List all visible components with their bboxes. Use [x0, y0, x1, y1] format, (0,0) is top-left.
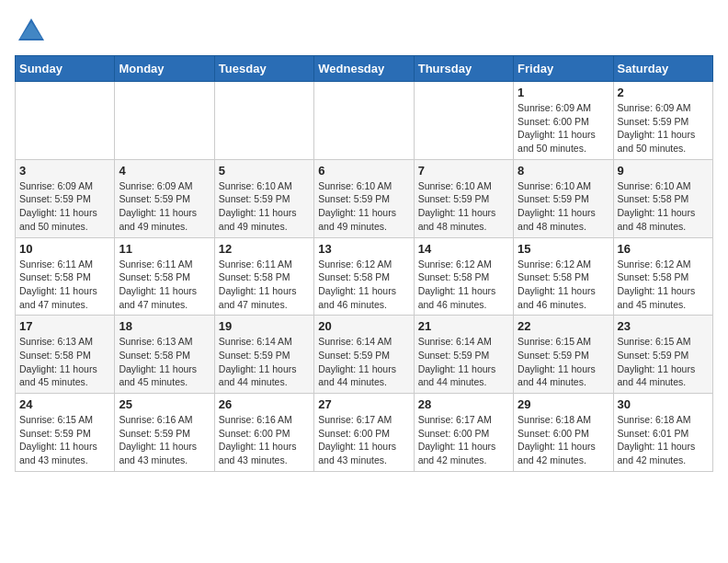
day-number: 7 — [418, 164, 509, 178]
weekday-header-thursday: Thursday — [414, 56, 513, 82]
calendar-cell: 30Sunrise: 6:18 AM Sunset: 6:01 PM Dayli… — [613, 394, 712, 472]
calendar-cell: 21Sunrise: 6:14 AM Sunset: 5:59 PM Dayli… — [414, 316, 513, 394]
day-number: 4 — [119, 164, 210, 178]
day-number: 1 — [518, 86, 609, 99]
svg-marker-1 — [20, 22, 42, 39]
logo — [15, 15, 51, 48]
day-info: Sunrise: 6:10 AM Sunset: 5:59 PM Dayligh… — [518, 179, 609, 234]
day-number: 11 — [119, 242, 210, 256]
calendar-cell: 20Sunrise: 6:14 AM Sunset: 5:59 PM Dayli… — [314, 316, 414, 394]
calendar-cell — [115, 82, 214, 160]
calendar-cell: 25Sunrise: 6:16 AM Sunset: 5:59 PM Dayli… — [115, 394, 214, 472]
calendar-cell: 27Sunrise: 6:17 AM Sunset: 6:00 PM Dayli… — [314, 394, 414, 472]
day-info: Sunrise: 6:12 AM Sunset: 5:58 PM Dayligh… — [518, 258, 609, 312]
day-number: 3 — [19, 164, 110, 178]
day-info: Sunrise: 6:18 AM Sunset: 6:00 PM Dayligh… — [518, 413, 609, 467]
day-number: 25 — [119, 397, 210, 411]
day-number: 28 — [418, 397, 509, 411]
calendar-table: SundayMondayTuesdayWednesdayThursdayFrid… — [15, 55, 713, 472]
day-info: Sunrise: 6:11 AM Sunset: 5:58 PM Dayligh… — [19, 258, 110, 312]
day-number: 9 — [618, 164, 709, 178]
day-number: 29 — [518, 397, 609, 411]
weekday-header-tuesday: Tuesday — [214, 56, 313, 82]
day-number: 6 — [318, 164, 409, 178]
day-number: 10 — [19, 242, 110, 256]
weekday-header-saturday: Saturday — [613, 56, 712, 82]
day-number: 2 — [618, 86, 709, 99]
calendar-cell: 1Sunrise: 6:09 AM Sunset: 6:00 PM Daylig… — [514, 82, 613, 160]
calendar-cell: 17Sunrise: 6:13 AM Sunset: 5:58 PM Dayli… — [16, 316, 115, 394]
calendar-cell: 3Sunrise: 6:09 AM Sunset: 5:59 PM Daylig… — [16, 159, 115, 237]
day-info: Sunrise: 6:17 AM Sunset: 6:00 PM Dayligh… — [418, 413, 509, 467]
calendar-cell: 11Sunrise: 6:11 AM Sunset: 5:58 PM Dayli… — [115, 237, 214, 316]
calendar-cell: 29Sunrise: 6:18 AM Sunset: 6:00 PM Dayli… — [514, 394, 613, 472]
day-number: 16 — [618, 242, 709, 256]
day-number: 18 — [119, 319, 210, 333]
day-number: 20 — [318, 319, 409, 333]
calendar-cell — [214, 82, 313, 160]
calendar-cell: 8Sunrise: 6:10 AM Sunset: 5:59 PM Daylig… — [514, 159, 613, 237]
day-info: Sunrise: 6:10 AM Sunset: 5:58 PM Dayligh… — [618, 179, 709, 234]
day-info: Sunrise: 6:16 AM Sunset: 5:59 PM Dayligh… — [119, 413, 210, 467]
calendar-cell: 18Sunrise: 6:13 AM Sunset: 5:58 PM Dayli… — [115, 316, 214, 394]
calendar-cell: 28Sunrise: 6:17 AM Sunset: 6:00 PM Dayli… — [414, 394, 513, 472]
day-info: Sunrise: 6:15 AM Sunset: 5:59 PM Dayligh… — [618, 335, 709, 389]
day-info: Sunrise: 6:11 AM Sunset: 5:58 PM Dayligh… — [219, 258, 310, 312]
day-info: Sunrise: 6:10 AM Sunset: 5:59 PM Dayligh… — [418, 179, 509, 234]
day-info: Sunrise: 6:15 AM Sunset: 5:59 PM Dayligh… — [19, 413, 110, 467]
day-info: Sunrise: 6:14 AM Sunset: 5:59 PM Dayligh… — [318, 335, 409, 389]
calendar-cell: 19Sunrise: 6:14 AM Sunset: 5:59 PM Dayli… — [214, 316, 313, 394]
day-info: Sunrise: 6:12 AM Sunset: 5:58 PM Dayligh… — [418, 258, 509, 312]
day-info: Sunrise: 6:15 AM Sunset: 5:59 PM Dayligh… — [518, 335, 609, 389]
day-number: 23 — [618, 319, 709, 333]
day-number: 21 — [418, 319, 509, 333]
calendar-cell — [414, 82, 513, 160]
day-number: 22 — [518, 319, 609, 333]
page-header — [15, 15, 713, 48]
calendar-cell: 23Sunrise: 6:15 AM Sunset: 5:59 PM Dayli… — [613, 316, 712, 394]
calendar-cell: 15Sunrise: 6:12 AM Sunset: 5:58 PM Dayli… — [514, 237, 613, 316]
calendar-cell — [314, 82, 414, 160]
day-number: 26 — [219, 397, 310, 411]
day-info: Sunrise: 6:16 AM Sunset: 6:00 PM Dayligh… — [219, 413, 310, 467]
day-info: Sunrise: 6:12 AM Sunset: 5:58 PM Dayligh… — [618, 258, 709, 312]
logo-icon — [15, 15, 48, 48]
day-number: 24 — [19, 397, 110, 411]
weekday-header-sunday: Sunday — [16, 56, 115, 82]
day-info: Sunrise: 6:18 AM Sunset: 6:01 PM Dayligh… — [618, 413, 709, 467]
calendar-cell: 4Sunrise: 6:09 AM Sunset: 5:59 PM Daylig… — [115, 159, 214, 237]
day-number: 19 — [219, 319, 310, 333]
calendar-cell: 13Sunrise: 6:12 AM Sunset: 5:58 PM Dayli… — [314, 237, 414, 316]
weekday-header-monday: Monday — [115, 56, 214, 82]
day-info: Sunrise: 6:17 AM Sunset: 6:00 PM Dayligh… — [318, 413, 409, 467]
day-info: Sunrise: 6:09 AM Sunset: 5:59 PM Dayligh… — [119, 179, 210, 234]
day-number: 12 — [219, 242, 310, 256]
day-info: Sunrise: 6:11 AM Sunset: 5:58 PM Dayligh… — [119, 258, 210, 312]
day-number: 17 — [19, 319, 110, 333]
weekday-header-friday: Friday — [514, 56, 613, 82]
day-info: Sunrise: 6:13 AM Sunset: 5:58 PM Dayligh… — [19, 335, 110, 389]
day-number: 30 — [618, 397, 709, 411]
calendar-cell: 16Sunrise: 6:12 AM Sunset: 5:58 PM Dayli… — [613, 237, 712, 316]
day-number: 27 — [318, 397, 409, 411]
day-info: Sunrise: 6:09 AM Sunset: 5:59 PM Dayligh… — [19, 179, 110, 234]
calendar-cell — [16, 82, 115, 160]
day-number: 5 — [219, 164, 310, 178]
calendar-cell: 9Sunrise: 6:10 AM Sunset: 5:58 PM Daylig… — [613, 159, 712, 237]
calendar-cell: 2Sunrise: 6:09 AM Sunset: 5:59 PM Daylig… — [613, 82, 712, 160]
calendar-cell: 12Sunrise: 6:11 AM Sunset: 5:58 PM Dayli… — [214, 237, 313, 316]
calendar-cell: 14Sunrise: 6:12 AM Sunset: 5:58 PM Dayli… — [414, 237, 513, 316]
day-number: 8 — [518, 164, 609, 178]
day-info: Sunrise: 6:14 AM Sunset: 5:59 PM Dayligh… — [219, 335, 310, 389]
calendar-cell: 22Sunrise: 6:15 AM Sunset: 5:59 PM Dayli… — [514, 316, 613, 394]
day-info: Sunrise: 6:09 AM Sunset: 5:59 PM Dayligh… — [618, 101, 709, 155]
day-info: Sunrise: 6:14 AM Sunset: 5:59 PM Dayligh… — [418, 335, 509, 389]
day-info: Sunrise: 6:09 AM Sunset: 6:00 PM Dayligh… — [518, 101, 609, 155]
calendar-cell: 6Sunrise: 6:10 AM Sunset: 5:59 PM Daylig… — [314, 159, 414, 237]
weekday-header-wednesday: Wednesday — [314, 56, 414, 82]
calendar-cell: 10Sunrise: 6:11 AM Sunset: 5:58 PM Dayli… — [16, 237, 115, 316]
day-number: 15 — [518, 242, 609, 256]
day-info: Sunrise: 6:12 AM Sunset: 5:58 PM Dayligh… — [318, 258, 409, 312]
day-info: Sunrise: 6:10 AM Sunset: 5:59 PM Dayligh… — [219, 179, 310, 234]
day-number: 14 — [418, 242, 509, 256]
